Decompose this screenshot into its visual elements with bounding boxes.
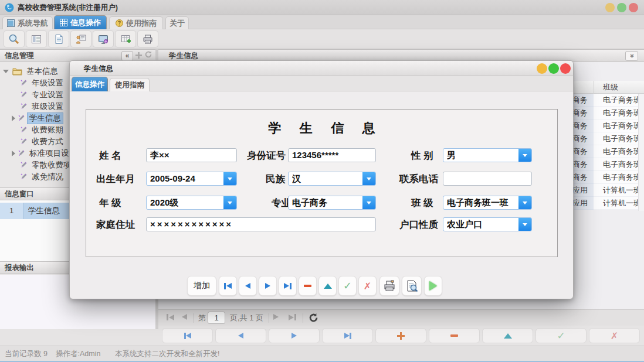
execute-button[interactable]: [424, 276, 442, 296]
page-label-prefix: 第: [198, 310, 206, 326]
major-combo[interactable]: 电子商务: [288, 196, 376, 210]
column-divider: [594, 81, 594, 94]
dialog-maximize-button[interactable]: [548, 63, 559, 74]
birth-combo[interactable]: 2005-09-24: [146, 172, 237, 186]
tree-root-basic-info[interactable]: 基本信息: [3, 66, 60, 77]
prev-record-button[interactable]: [239, 276, 257, 296]
printer-button[interactable]: [137, 30, 158, 47]
delete-record-button[interactable]: [299, 276, 317, 296]
app-window: { "window": { "title": "高校收费管理系统(非注册用户)"…: [0, 0, 644, 362]
tree-item-grade-setting[interactable]: 年级设置: [20, 77, 65, 88]
collapse-up-button[interactable]: «: [625, 51, 638, 61]
phone-input[interactable]: [443, 172, 532, 186]
chevron-down-icon: [228, 202, 232, 204]
dropdown-button[interactable]: [223, 196, 236, 209]
print-preview-button[interactable]: [402, 276, 422, 296]
grid-next-button[interactable]: [269, 328, 320, 343]
tab-label: 系统导航: [18, 18, 48, 29]
gender-combo[interactable]: 男: [443, 148, 532, 162]
dialog-close-button[interactable]: [560, 63, 571, 74]
expander-right-icon[interactable]: [12, 115, 15, 121]
dialog-minimize-button[interactable]: [537, 63, 547, 74]
post-record-button[interactable]: ✓: [338, 276, 357, 296]
id-number-input[interactable]: 123456*****: [288, 148, 376, 162]
phone-label: 联系电话: [399, 172, 438, 186]
dropdown-button[interactable]: [518, 218, 531, 231]
grid-cancel-button[interactable]: ✗: [589, 328, 640, 343]
dialog-title-bar: 学生信息: [70, 61, 573, 76]
document-button[interactable]: [48, 30, 69, 47]
maximize-button[interactable]: [617, 3, 626, 12]
dropdown-button[interactable]: [518, 149, 531, 162]
ethnicity-combo[interactable]: 汉: [288, 172, 376, 186]
table-add-button[interactable]: [115, 30, 136, 47]
list-view-button[interactable]: [26, 30, 47, 47]
class-column-header: 班级: [603, 81, 618, 94]
tree-item-exemptions[interactable]: 减免情况: [20, 171, 65, 182]
edit-record-button[interactable]: [318, 276, 337, 296]
page-input[interactable]: [208, 312, 225, 324]
grid-save-button[interactable]: ✓: [535, 328, 587, 343]
document-icon: [53, 33, 65, 45]
dropdown-button[interactable]: [518, 196, 531, 209]
address-input[interactable]: ××××××××××××: [146, 217, 376, 231]
user-report-button[interactable]: [70, 30, 91, 47]
table-add-icon: [120, 33, 131, 45]
tab-label: 关于: [170, 18, 185, 29]
grid-prev-button[interactable]: [215, 328, 266, 343]
status-bar: 当前记录数 9 操作者:Admin 本系统支持二次开发和全新开发!: [0, 346, 644, 362]
page-first-button[interactable]: [167, 314, 174, 320]
tree-item-fee-period[interactable]: 收费账期: [20, 124, 65, 135]
dropdown-button[interactable]: [223, 172, 236, 185]
dropdown-button[interactable]: [362, 172, 375, 185]
wand-icon: [18, 149, 25, 157]
tree-item-major-setting[interactable]: 专业设置: [20, 89, 65, 100]
tree-item-standard-items[interactable]: 标准项目设: [12, 148, 71, 159]
tree-item-student-info[interactable]: 学生信息: [12, 112, 63, 124]
close-button[interactable]: [629, 3, 638, 12]
page-prev-button[interactable]: [182, 314, 187, 320]
class-combo[interactable]: 电子商务班一班: [443, 196, 532, 210]
expander-down-icon[interactable]: [3, 70, 9, 73]
dropdown-button[interactable]: [362, 196, 375, 209]
tab-system-nav[interactable]: 系统导航: [2, 16, 53, 29]
collapse-panel-button[interactable]: «: [121, 51, 133, 61]
expander-right-icon[interactable]: [12, 151, 15, 156]
refresh-icon: [309, 313, 318, 323]
chevron-down-icon: [367, 202, 371, 204]
next-record-button[interactable]: [259, 276, 277, 296]
tree-item-fee-method[interactable]: 收费方式: [20, 136, 65, 147]
grid-first-button[interactable]: [162, 328, 213, 343]
tree-item-class-setting[interactable]: 班级设置: [20, 101, 65, 112]
grid-last-button[interactable]: [322, 328, 373, 343]
first-record-button[interactable]: [219, 276, 237, 296]
chevron-down-icon: [228, 177, 232, 180]
row-index: 1: [0, 203, 23, 219]
last-record-button[interactable]: [279, 276, 297, 296]
search-button[interactable]: [4, 30, 25, 47]
dialog-tab-user-guide[interactable]: 使用指南: [110, 78, 150, 91]
minimize-button[interactable]: [605, 3, 615, 12]
grade-combo[interactable]: 2020级: [146, 196, 237, 210]
page-last-button[interactable]: [289, 314, 296, 320]
name-input[interactable]: 李××: [146, 148, 237, 162]
tab-about[interactable]: 关于: [165, 16, 189, 29]
dialog-tab-info-operation[interactable]: 信息操作: [72, 77, 108, 91]
wand-icon: [18, 114, 25, 122]
grid-delete-button[interactable]: [429, 328, 480, 343]
add-record-button[interactable]: 增加: [187, 276, 216, 296]
print-button[interactable]: [379, 276, 399, 296]
tab-info-operation[interactable]: 信息操作: [54, 15, 107, 29]
monitor-view-button[interactable]: [93, 30, 114, 47]
residence-combo[interactable]: 农业户口: [443, 217, 532, 231]
tree-item-misc-fees[interactable]: 零散收费项: [20, 159, 73, 170]
cancel-edit-button[interactable]: ✗: [358, 276, 377, 296]
printer-icon: [142, 33, 154, 45]
grid-edit-button[interactable]: [482, 328, 533, 343]
refresh-button[interactable]: [309, 313, 318, 325]
grid-add-button[interactable]: [375, 328, 426, 343]
page-next-button[interactable]: [273, 314, 279, 320]
wand-icon: [20, 138, 28, 145]
tab-user-guide[interactable]: 使用指南: [109, 16, 163, 29]
grid-scrollbar[interactable]: [638, 94, 644, 211]
